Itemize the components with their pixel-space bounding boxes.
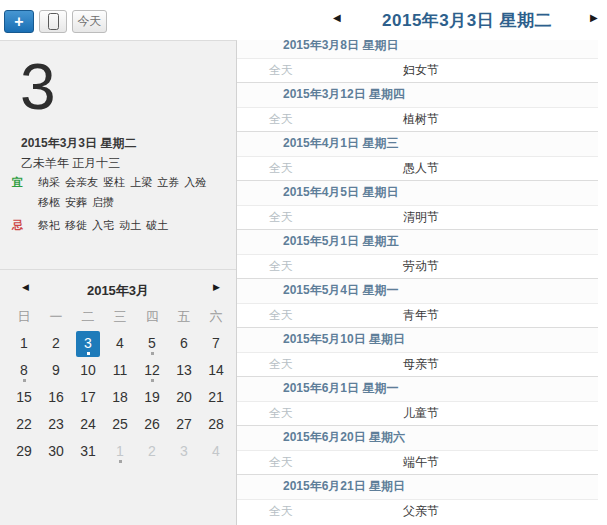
day-number-label: 18 bbox=[112, 389, 128, 405]
mini-calendar-day[interactable]: 20 bbox=[168, 384, 200, 411]
event-title: 儿童节 bbox=[403, 402, 439, 425]
event-date-header: 2015年4月1日 星期三 bbox=[237, 131, 598, 156]
event-row[interactable]: 全天 劳动节 bbox=[237, 254, 598, 279]
mini-calendar-day[interactable]: 2 bbox=[136, 438, 168, 465]
all-day-label: 全天 bbox=[269, 108, 293, 131]
day-number-label: 10 bbox=[80, 362, 96, 378]
event-row[interactable]: 全天 青年节 bbox=[237, 303, 598, 328]
mini-calendar-day[interactable]: 13 bbox=[168, 357, 200, 384]
mini-calendar-day[interactable]: 1 bbox=[104, 438, 136, 465]
all-day-label: 全天 bbox=[269, 353, 293, 376]
event-row[interactable]: 全天 端午节 bbox=[237, 450, 598, 475]
event-title: 清明节 bbox=[403, 206, 439, 229]
event-date-header: 2015年3月12日 星期四 bbox=[237, 82, 598, 107]
current-date-title: 2015年3月3日 星期二 bbox=[352, 9, 582, 32]
all-day-label: 全天 bbox=[269, 157, 293, 180]
mini-calendar-day[interactable]: 30 bbox=[40, 438, 72, 465]
prev-day-arrow-icon[interactable]: ◀ bbox=[333, 13, 341, 23]
weekday-label: 六 bbox=[200, 304, 232, 330]
mini-calendar-day[interactable]: 5 bbox=[136, 330, 168, 357]
day-number-label: 12 bbox=[144, 362, 160, 378]
event-dot-icon bbox=[23, 379, 26, 382]
mini-calendar-day[interactable]: 12 bbox=[136, 357, 168, 384]
day-number-label: 29 bbox=[16, 443, 32, 459]
mini-calendar-day[interactable]: 3 bbox=[168, 438, 200, 465]
event-date-header: 2015年6月21日 星期日 bbox=[237, 474, 598, 499]
next-month-arrow-icon[interactable]: ▶ bbox=[213, 283, 220, 292]
today-button-label: 今天 bbox=[78, 13, 102, 30]
day-number-label: 15 bbox=[16, 389, 32, 405]
day-number-label: 24 bbox=[80, 416, 96, 432]
day-number-label: 20 bbox=[176, 389, 192, 405]
event-row[interactable]: 全天 父亲节 bbox=[237, 499, 598, 524]
mini-calendar-day[interactable]: 24 bbox=[72, 411, 104, 438]
mini-calendar-day[interactable]: 7 bbox=[200, 330, 232, 357]
event-dot-icon bbox=[151, 379, 154, 382]
event-row[interactable]: 全天 清明节 bbox=[237, 205, 598, 230]
all-day-label: 全天 bbox=[269, 500, 293, 523]
toolbar: + 今天 ◀ 2015年3月3日 星期二 ▶ bbox=[0, 0, 607, 40]
mini-calendar-day[interactable]: 23 bbox=[40, 411, 72, 438]
event-dot-icon bbox=[151, 352, 154, 355]
mini-calendar-day[interactable]: 26 bbox=[136, 411, 168, 438]
event-date-header: 2015年5月10日 星期日 bbox=[237, 327, 598, 352]
mini-calendar-day[interactable]: 28 bbox=[200, 411, 232, 438]
mini-calendar-day[interactable]: 21 bbox=[200, 384, 232, 411]
device-view-button[interactable] bbox=[39, 10, 67, 33]
all-day-label: 全天 bbox=[269, 304, 293, 327]
events-panel[interactable]: 2015年3月8日 星期日 全天 妇女节 2015年3月12日 星期四 全天 植… bbox=[237, 40, 607, 525]
event-title: 劳动节 bbox=[403, 255, 439, 278]
event-title: 妇女节 bbox=[403, 59, 439, 82]
event-date-header: 2015年6月1日 星期一 bbox=[237, 376, 598, 401]
next-day-arrow-icon[interactable]: ▶ bbox=[590, 13, 598, 23]
mini-calendar-day[interactable]: 22 bbox=[8, 411, 40, 438]
mini-calendar-day[interactable]: 4 bbox=[104, 330, 136, 357]
mini-calendar-day[interactable]: 11 bbox=[104, 357, 136, 384]
day-number-label: 25 bbox=[112, 416, 128, 432]
event-row[interactable]: 全天 妇女节 bbox=[237, 58, 598, 83]
mini-calendar-day[interactable]: 16 bbox=[40, 384, 72, 411]
day-number-label: 21 bbox=[208, 389, 224, 405]
mini-calendar-day[interactable]: 15 bbox=[8, 384, 40, 411]
mini-calendar-day[interactable]: 25 bbox=[104, 411, 136, 438]
mini-calendar-day[interactable]: 4 bbox=[200, 438, 232, 465]
day-number-label: 3 bbox=[84, 335, 92, 351]
day-number-label: 6 bbox=[180, 335, 188, 351]
event-row[interactable]: 全天 儿童节 bbox=[237, 401, 598, 426]
today-button[interactable]: 今天 bbox=[72, 10, 107, 33]
all-day-label: 全天 bbox=[269, 206, 293, 229]
mini-calendar-day[interactable]: 14 bbox=[200, 357, 232, 384]
big-day-number: 3 bbox=[20, 55, 56, 119]
day-number-label: 1 bbox=[20, 335, 28, 351]
event-title: 母亲节 bbox=[403, 353, 439, 376]
event-date-header: 2015年3月8日 星期日 bbox=[237, 40, 598, 58]
mini-calendar-day[interactable]: 19 bbox=[136, 384, 168, 411]
mini-calendar-day[interactable]: 9 bbox=[40, 357, 72, 384]
day-number-label: 9 bbox=[52, 362, 60, 378]
event-row[interactable]: 全天 愚人节 bbox=[237, 156, 598, 181]
add-event-button[interactable]: + bbox=[4, 10, 34, 33]
event-date-header: 2015年5月4日 星期一 bbox=[237, 278, 598, 303]
mini-calendar-day[interactable]: 31 bbox=[72, 438, 104, 465]
mini-calendar-day[interactable]: 2 bbox=[40, 330, 72, 357]
day-number-label: 2 bbox=[52, 335, 60, 351]
event-row[interactable]: 全天 母亲节 bbox=[237, 352, 598, 377]
mini-calendar-day[interactable]: 3 bbox=[72, 330, 104, 357]
event-row[interactable]: 全天 植树节 bbox=[237, 107, 598, 132]
day-number-label: 17 bbox=[80, 389, 96, 405]
mini-calendar-day[interactable]: 8 bbox=[8, 357, 40, 384]
weekday-label: 日 bbox=[8, 304, 40, 330]
day-number-label: 4 bbox=[116, 335, 124, 351]
mini-calendar-day[interactable]: 10 bbox=[72, 357, 104, 384]
event-title: 端午节 bbox=[403, 451, 439, 474]
weekday-label: 一 bbox=[40, 304, 72, 330]
mini-calendar-day[interactable]: 18 bbox=[104, 384, 136, 411]
mini-calendar-day[interactable]: 17 bbox=[72, 384, 104, 411]
mini-calendar-day[interactable]: 27 bbox=[168, 411, 200, 438]
events-list: 2015年3月8日 星期日 全天 妇女节 2015年3月12日 星期四 全天 植… bbox=[237, 40, 607, 523]
all-day-label: 全天 bbox=[269, 255, 293, 278]
mini-calendar-day[interactable]: 6 bbox=[168, 330, 200, 357]
weekday-label: 三 bbox=[104, 304, 136, 330]
mini-calendar-day[interactable]: 29 bbox=[8, 438, 40, 465]
mini-calendar-day[interactable]: 1 bbox=[8, 330, 40, 357]
